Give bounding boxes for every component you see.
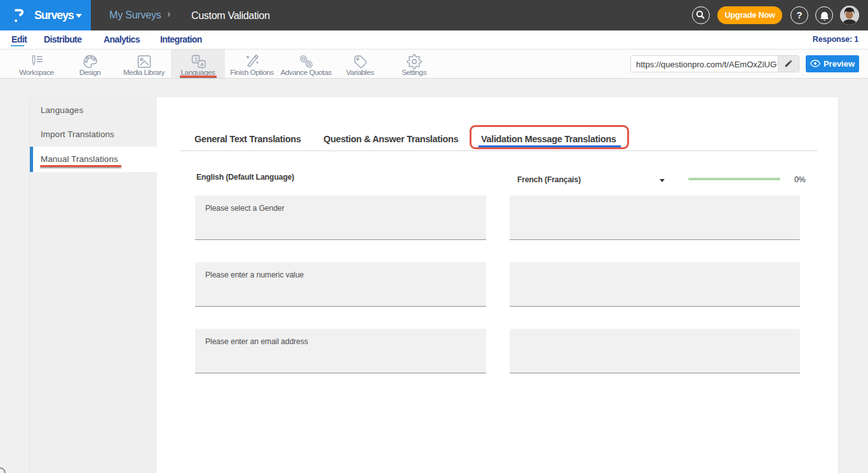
svg-text:A: A [200,62,204,67]
